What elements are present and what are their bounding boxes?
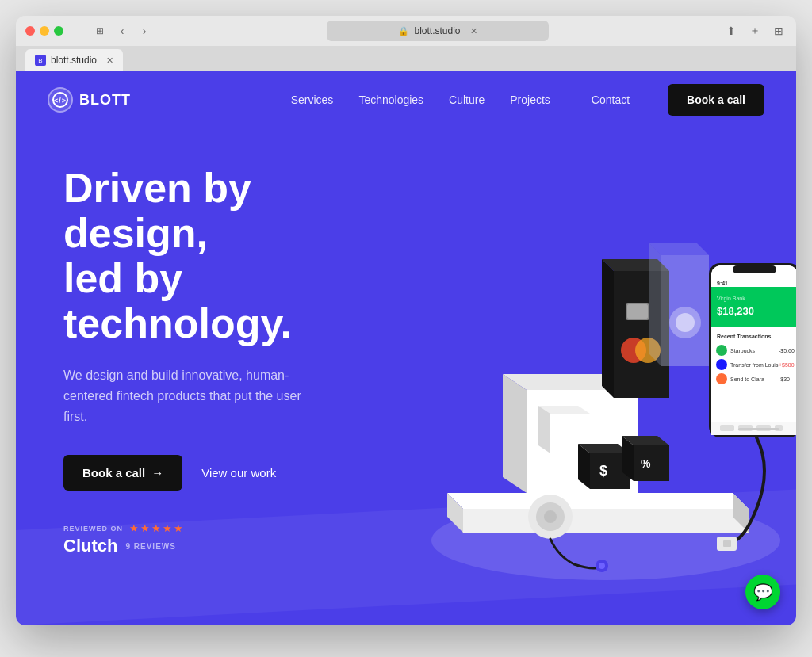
- add-tab-button[interactable]: ＋: [747, 23, 763, 39]
- svg-text:-$5.60: -$5.60: [779, 348, 795, 353]
- chat-icon: 💬: [753, 583, 773, 602]
- clutch-stars: ★ ★ ★ ★ ★: [129, 522, 183, 534]
- svg-marker-9: [503, 374, 527, 493]
- nav-culture[interactable]: Culture: [449, 94, 485, 106]
- toolbar-right: ⬆ ＋ ⊞: [723, 23, 787, 39]
- tab-favicon: B: [35, 55, 46, 66]
- hero-title: Driven by design, led by technology.: [63, 166, 396, 347]
- clutch-name: Clutch: [63, 536, 117, 556]
- clutch-reviewed-label: REVIEWED ON: [63, 525, 123, 533]
- title-bar: ⊞ ‹ › 🔒 blott.studio ✕ ⬆ ＋ ⊞: [16, 16, 796, 46]
- svg-point-24: [676, 313, 695, 332]
- tab-x[interactable]: ✕: [470, 26, 477, 36]
- nav-services[interactable]: Services: [291, 94, 334, 106]
- svg-marker-15: [602, 259, 614, 398]
- svg-text:Recent Transactions: Recent Transactions: [717, 334, 772, 339]
- hero-view-work-button[interactable]: View our work: [201, 466, 276, 479]
- webpage: </> BLOTT Services Technologies Culture …: [16, 71, 796, 625]
- address-bar[interactable]: 🔒 blott.studio ✕: [327, 21, 549, 41]
- svg-text:Starbucks: Starbucks: [730, 348, 756, 353]
- address-bar-wrap: 🔒 blott.studio ✕: [159, 21, 717, 41]
- svg-text:%: %: [641, 457, 651, 470]
- star-5: ★: [174, 522, 183, 534]
- navbar-book-call-button[interactable]: Book a call: [668, 84, 764, 116]
- svg-text:Send to Clara: Send to Clara: [730, 376, 764, 382]
- traffic-lights: [25, 26, 63, 36]
- svg-rect-49: [738, 428, 779, 430]
- grid-button[interactable]: ⊞: [771, 23, 787, 39]
- share-button[interactable]: ⬆: [723, 23, 739, 39]
- iso-scene-svg: 9:41 Virgin Bank $18,230 Recent Transact…: [368, 128, 796, 625]
- svg-text:-$30: -$30: [779, 376, 790, 382]
- nav-contact[interactable]: Contact: [592, 94, 630, 106]
- star-2: ★: [140, 522, 150, 534]
- svg-marker-3: [463, 509, 749, 533]
- svg-rect-45: [720, 425, 734, 431]
- tab-title: blott.studio: [51, 55, 97, 66]
- nav-technologies[interactable]: Technologies: [358, 94, 423, 106]
- logo-text: BLOTT: [79, 92, 131, 109]
- hero-section: Driven by design, led by technology. We …: [16, 128, 796, 625]
- url-text: blott.studio: [414, 25, 460, 36]
- svg-text:$: $: [599, 463, 607, 479]
- browser-window: ⊞ ‹ › 🔒 blott.studio ✕ ⬆ ＋ ⊞ B blott.stu…: [16, 16, 796, 625]
- svg-text:Virgin Bank: Virgin Bank: [717, 296, 745, 302]
- chat-button[interactable]: 💬: [745, 575, 780, 609]
- svg-rect-59: [723, 540, 731, 547]
- nav-projects[interactable]: Projects: [510, 94, 550, 106]
- svg-text:+$580: +$580: [779, 362, 795, 368]
- star-4: ★: [163, 522, 172, 534]
- svg-marker-54: [634, 445, 669, 481]
- forward-button[interactable]: ›: [136, 23, 152, 39]
- svg-text:</>: </>: [54, 97, 67, 105]
- tab-bar: B blott.studio ✕: [16, 46, 796, 71]
- svg-text:$18,230: $18,230: [717, 305, 754, 317]
- svg-point-41: [716, 373, 727, 384]
- navbar: </> BLOTT Services Technologies Culture …: [16, 71, 796, 128]
- logo-icon: </>: [48, 87, 73, 113]
- clutch-top: REVIEWED ON ★ ★ ★ ★ ★: [63, 522, 396, 534]
- window-btn[interactable]: ⊞: [92, 23, 108, 39]
- hero-book-call-button[interactable]: Book a call →: [63, 455, 182, 491]
- logo[interactable]: </> BLOTT: [48, 87, 131, 113]
- svg-marker-12: [538, 406, 550, 453]
- svg-point-62: [544, 510, 557, 523]
- clutch-reviews-count: 9 REVIEWS: [125, 542, 175, 551]
- nav-links: Services Technologies Culture Projects C…: [291, 84, 764, 116]
- hero-actions: Book a call → View our work: [63, 455, 396, 491]
- clutch-bottom: Clutch 9 REVIEWS: [63, 536, 396, 556]
- svg-marker-4: [447, 493, 749, 509]
- star-3: ★: [151, 522, 161, 534]
- svg-point-35: [716, 345, 727, 356]
- svg-point-64: [599, 563, 605, 569]
- close-button[interactable]: [25, 26, 35, 36]
- tab-close-btn[interactable]: ✕: [106, 55, 113, 66]
- minimize-button[interactable]: [40, 26, 49, 36]
- star-1: ★: [129, 522, 139, 534]
- back-button[interactable]: ‹: [114, 23, 130, 39]
- maximize-button[interactable]: [54, 26, 63, 36]
- lock-icon: 🔒: [398, 26, 409, 36]
- nav-buttons: ⊞ ‹ ›: [92, 23, 152, 39]
- svg-marker-22: [649, 243, 661, 366]
- clutch-badge[interactable]: REVIEWED ON ★ ★ ★ ★ ★ Clutch 9 REVIEWS: [63, 522, 396, 556]
- svg-point-38: [716, 359, 727, 370]
- svg-text:Transfer from Louis: Transfer from Louis: [730, 362, 779, 368]
- svg-rect-28: [733, 265, 776, 273]
- hero-subtitle: We design and build innovative, human-ce…: [63, 365, 301, 426]
- active-tab[interactable]: B blott.studio ✕: [25, 49, 123, 71]
- svg-rect-17: [627, 304, 648, 319]
- hero-content: Driven by design, led by technology. We …: [63, 166, 396, 557]
- svg-text:9:41: 9:41: [717, 281, 728, 286]
- hero-illustration: 9:41 Virgin Bank $18,230 Recent Transact…: [368, 128, 796, 625]
